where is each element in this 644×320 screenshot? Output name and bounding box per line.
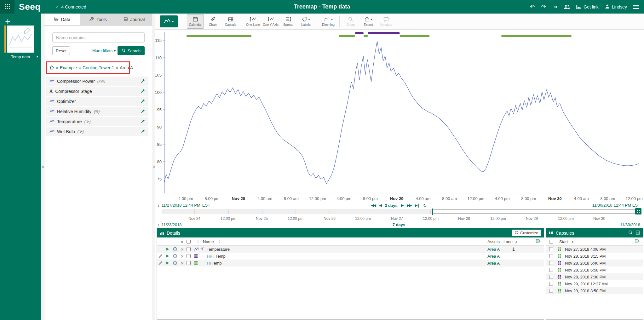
redo-all-icon[interactable]: ↠ bbox=[552, 4, 557, 10]
grid-view-icon[interactable] bbox=[636, 231, 640, 236]
capsule-row[interactable]: Nov 28, 2018 7:38 PM bbox=[546, 273, 643, 280]
breadcrumb-example[interactable]: Example bbox=[60, 65, 77, 70]
info-icon[interactable] bbox=[173, 254, 177, 258]
navigate-arrow-icon[interactable] bbox=[165, 254, 170, 258]
toolbar-button-one-lane[interactable]: One Lane bbox=[244, 14, 262, 29]
trend-chart[interactable]: 75808590951001051101154:00 pm8:00 pmNov … bbox=[155, 30, 644, 203]
search-icon[interactable] bbox=[628, 230, 633, 236]
customize-button[interactable]: Customize bbox=[512, 230, 541, 236]
more-filters-link[interactable]: More filters ▾ bbox=[92, 48, 116, 53]
pin-icon[interactable] bbox=[141, 109, 145, 114]
capsule-checkbox[interactable] bbox=[549, 268, 553, 272]
tab-journal[interactable]: Journal bbox=[116, 14, 152, 25]
pin-icon[interactable] bbox=[141, 89, 145, 94]
remove-icon[interactable]: × bbox=[181, 247, 184, 252]
step-back-icon[interactable]: ◀ bbox=[379, 203, 381, 208]
investigate-end[interactable]: 11/30/2018 bbox=[620, 222, 640, 227]
signal-item[interactable]: Wet Bulb (°F) bbox=[46, 127, 148, 136]
capsule-checkbox[interactable] bbox=[549, 282, 553, 286]
capsule-checkbox[interactable] bbox=[549, 247, 553, 251]
navigate-arrow-icon[interactable] bbox=[165, 247, 170, 251]
signal-item[interactable]: Relative Humidity (%) bbox=[46, 107, 148, 116]
select-all-capsules-checkbox[interactable] bbox=[549, 239, 553, 243]
toolbar-button-spread[interactable]: Spread bbox=[280, 14, 297, 29]
range-duration[interactable]: 3 days bbox=[385, 203, 397, 208]
overview-left-handle[interactable] bbox=[432, 209, 433, 215]
toolbar-button-calendar[interactable]: Calendar bbox=[187, 14, 204, 29]
home-icon[interactable] bbox=[49, 65, 54, 71]
lane-column-header[interactable]: Lane bbox=[503, 239, 513, 244]
timezone-link[interactable]: EST bbox=[632, 203, 640, 208]
edit-pencil-icon[interactable] bbox=[158, 254, 162, 258]
edit-pencil-icon[interactable] bbox=[158, 261, 162, 265]
search-input[interactable] bbox=[52, 32, 145, 43]
start-column-header[interactable]: Start bbox=[559, 239, 568, 244]
details-row[interactable]: × HiHi Temp Area A bbox=[157, 253, 544, 260]
collapse-panel-icon[interactable]: « bbox=[152, 164, 155, 169]
investigate-duration[interactable]: 7 days bbox=[393, 222, 405, 227]
worksheet-caret-icon[interactable]: ▾ bbox=[36, 54, 38, 59]
reset-button[interactable]: Reset bbox=[52, 46, 70, 55]
search-button[interactable]: Search bbox=[118, 46, 145, 55]
tab-data[interactable]: Data bbox=[44, 14, 80, 25]
signal-item[interactable]: Compressor Power (kW) bbox=[46, 77, 148, 86]
pin-icon[interactable] bbox=[141, 119, 145, 124]
apps-grid-button[interactable] bbox=[0, 0, 14, 14]
info-icon[interactable] bbox=[173, 261, 177, 265]
remove-icon[interactable]: × bbox=[181, 261, 184, 266]
assets-column-header[interactable]: Assets bbox=[487, 239, 500, 244]
overview-right-handle[interactable] bbox=[635, 208, 641, 214]
tab-tools[interactable]: Tools bbox=[80, 14, 116, 25]
toolbar-button-labels[interactable]: ▾ Labels bbox=[297, 14, 314, 29]
capsule-checkbox[interactable] bbox=[549, 261, 553, 265]
capsule-row[interactable]: Nov 28, 2018 3:15 PM bbox=[546, 253, 643, 260]
asset-link[interactable]: Area A bbox=[487, 247, 500, 252]
row-checkbox[interactable] bbox=[187, 261, 191, 265]
worksheet-thumbnail[interactable] bbox=[7, 26, 34, 53]
step-forward-icon[interactable]: ▶ bbox=[401, 203, 403, 208]
undo-icon[interactable]: ↶ bbox=[530, 4, 535, 10]
step-back-much-icon[interactable]: ◀◀ bbox=[371, 203, 376, 208]
capsule-row[interactable]: Nov 27, 2018 4:06 PM bbox=[546, 246, 643, 253]
pin-icon[interactable] bbox=[141, 79, 145, 83]
details-row[interactable]: × Hi Temp Area A bbox=[157, 260, 544, 266]
details-row[interactable]: × °F Temperature Area A 1 bbox=[157, 246, 544, 253]
capsule-row[interactable]: Nov 29, 2018 3:50 PM bbox=[546, 287, 643, 294]
toolbar-button-export[interactable]: ▾ Export bbox=[360, 14, 377, 29]
step-to-end-icon[interactable]: ▶❙ bbox=[415, 203, 419, 208]
get-link-button[interactable]: Get link bbox=[576, 4, 598, 10]
range-end[interactable]: 11/30/2018 12:44 PM EST bbox=[592, 203, 640, 208]
select-all-checkbox[interactable] bbox=[187, 239, 191, 243]
toolbar-button-dimming[interactable]: ▾ Dimming bbox=[320, 14, 337, 29]
signal-item[interactable]: Optimizer bbox=[46, 97, 148, 106]
range-start[interactable]: ↓ 11/27/2018 12:44 PM EST bbox=[158, 203, 210, 208]
add-column-icon[interactable] bbox=[536, 239, 541, 244]
capsule-row[interactable]: Nov 28, 2018 5:40 PM bbox=[546, 260, 643, 266]
overview-track[interactable] bbox=[163, 209, 635, 214]
row-checkbox[interactable] bbox=[187, 254, 191, 258]
asset-link[interactable]: Area A bbox=[487, 261, 500, 266]
user-menu[interactable]: Lindsey bbox=[605, 4, 627, 10]
row-checkbox[interactable] bbox=[187, 247, 191, 251]
remove-icon[interactable]: × bbox=[181, 254, 184, 259]
capsule-checkbox[interactable] bbox=[549, 289, 553, 293]
overview-selection[interactable] bbox=[433, 209, 635, 214]
toolbar-button-chain[interactable]: Chain bbox=[204, 14, 221, 29]
asset-link[interactable]: Area A bbox=[487, 254, 500, 259]
signal-item[interactable]: Temperature (°F) bbox=[46, 117, 148, 126]
capsule-row[interactable]: Nov 29, 2018 12:27 AM bbox=[546, 280, 643, 287]
timezone-link[interactable]: EST bbox=[202, 203, 210, 208]
sort-icon[interactable]: ▲▼ bbox=[197, 240, 199, 243]
add-column-icon[interactable] bbox=[635, 239, 640, 244]
pin-icon[interactable] bbox=[141, 129, 145, 134]
agents-status[interactable]: ✓ 4 Connected bbox=[55, 4, 86, 10]
signal-item[interactable]: A Compressor Stage bbox=[46, 87, 148, 96]
refresh-icon[interactable]: ↻ bbox=[423, 203, 427, 208]
toolbar-button-capsule[interactable]: Capsule bbox=[222, 14, 239, 29]
add-worksheet-button[interactable]: + bbox=[5, 16, 11, 27]
step-forward-much-icon[interactable]: ▶▶ bbox=[407, 203, 411, 208]
menu-icon[interactable] bbox=[633, 5, 639, 9]
redo-icon[interactable]: ↷ bbox=[541, 4, 546, 10]
users-icon[interactable] bbox=[564, 4, 570, 9]
capsule-checkbox[interactable] bbox=[549, 275, 553, 279]
